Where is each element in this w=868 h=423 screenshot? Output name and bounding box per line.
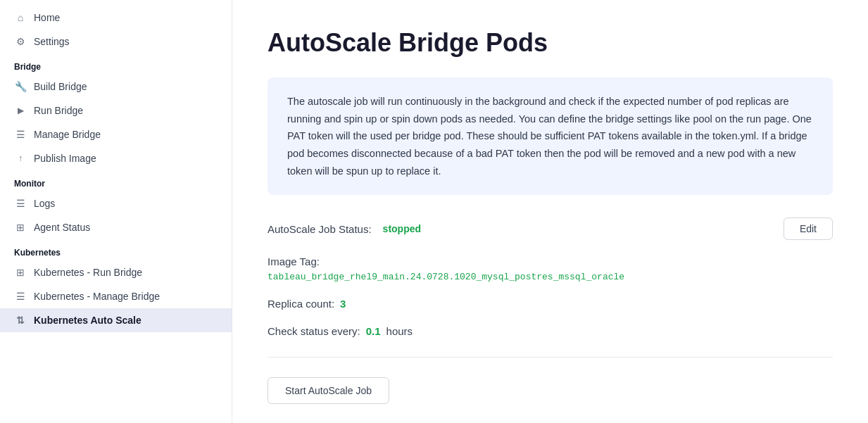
sidebar-section-bridge: Bridge xyxy=(0,53,232,75)
sidebar-item-k8s-auto-scale[interactable]: ⇅ Kubernetes Auto Scale xyxy=(0,308,232,332)
sidebar: ⌂ Home ⚙ Settings Bridge 🔧 Build Bridge … xyxy=(0,0,232,423)
sidebar-item-agent-status[interactable]: ⊞ Agent Status xyxy=(0,215,232,239)
sidebar-item-k8s-run-bridge[interactable]: ⊞ Kubernetes - Run Bridge xyxy=(0,260,232,284)
publish-icon: ↑ xyxy=(14,153,27,163)
sidebar-item-logs[interactable]: ☰ Logs xyxy=(0,191,232,215)
info-description: The autoscale job will run continuously … xyxy=(268,77,833,195)
sidebar-section-kubernetes: Kubernetes xyxy=(0,239,232,260)
wrench-icon: 🔧 xyxy=(14,81,27,92)
status-row: AutoScale Job Status: stopped Edit xyxy=(268,217,833,240)
k8s-manage-icon: ☰ xyxy=(14,291,27,302)
k8s-run-icon: ⊞ xyxy=(14,267,27,278)
sidebar-item-run-bridge[interactable]: ▶ Run Bridge xyxy=(0,99,232,122)
start-autoscale-button[interactable]: Start AutoScale Job xyxy=(268,377,389,404)
replica-count-row: Replica count: 3 xyxy=(268,298,833,310)
autoscale-icon: ⇅ xyxy=(14,315,27,326)
agent-icon: ⊞ xyxy=(14,222,27,233)
sidebar-item-home[interactable]: ⌂ Home xyxy=(0,6,232,30)
sidebar-item-build-bridge[interactable]: 🔧 Build Bridge xyxy=(0,75,232,99)
run-icon: ▶ xyxy=(14,106,27,115)
check-status-label: Check status every: xyxy=(268,325,360,337)
status-badge: stopped xyxy=(383,223,421,234)
manage-icon: ☰ xyxy=(14,129,27,140)
sidebar-item-manage-bridge[interactable]: ☰ Manage Bridge xyxy=(0,122,232,146)
sidebar-item-publish-image[interactable]: ↑ Publish Image xyxy=(0,146,232,170)
main-content: AutoScale Bridge Pods The autoscale job … xyxy=(232,0,868,423)
check-status-row: Check status every: 0.1 hours xyxy=(268,325,833,337)
image-tag-value: tableau_bridge_rhel9_main.24.0728.1020_m… xyxy=(268,272,833,282)
check-status-value: 0.1 xyxy=(366,325,381,337)
sidebar-item-k8s-manage-bridge[interactable]: ☰ Kubernetes - Manage Bridge xyxy=(0,284,232,308)
sidebar-section-monitor: Monitor xyxy=(0,170,232,191)
replica-count-value: 3 xyxy=(340,298,346,310)
image-tag-label: Image Tag: xyxy=(268,255,833,267)
image-tag-row: Image Tag: tableau_bridge_rhel9_main.24.… xyxy=(268,255,833,282)
page-title: AutoScale Bridge Pods xyxy=(268,28,833,58)
replica-count-label: Replica count: xyxy=(268,298,334,310)
divider xyxy=(268,357,833,358)
status-label: AutoScale Job Status: xyxy=(268,223,372,235)
gear-icon: ⚙ xyxy=(14,36,27,47)
sidebar-item-settings[interactable]: ⚙ Settings xyxy=(0,30,232,53)
home-icon: ⌂ xyxy=(14,12,27,23)
edit-button[interactable]: Edit xyxy=(784,217,833,240)
logs-icon: ☰ xyxy=(14,198,27,209)
check-status-suffix: hours xyxy=(386,325,413,337)
